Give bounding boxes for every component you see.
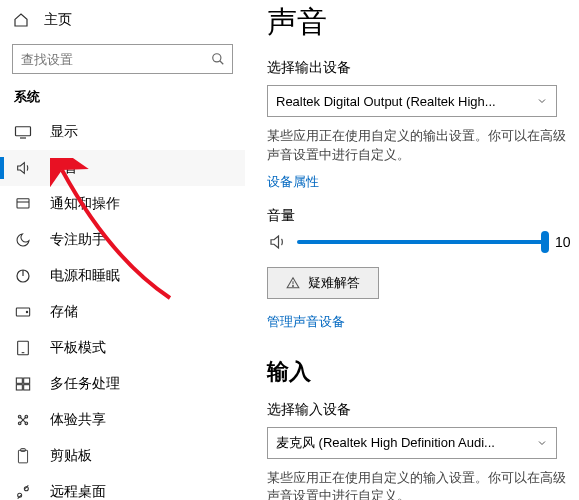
group-header: 系统 xyxy=(0,88,245,114)
tablet-icon xyxy=(14,340,32,356)
svg-point-0 xyxy=(213,54,221,62)
svg-line-1 xyxy=(220,61,224,65)
volume-value: 10 xyxy=(555,234,573,250)
output-props-link[interactable]: 设备属性 xyxy=(267,173,319,191)
nav-focus-assist[interactable]: 专注助手 xyxy=(0,222,245,258)
home-label: 主页 xyxy=(44,11,72,29)
nav-label: 专注助手 xyxy=(50,231,106,249)
remote-desktop-icon xyxy=(14,484,32,500)
svg-rect-14 xyxy=(16,385,22,390)
nav-label: 电源和睡眠 xyxy=(50,267,120,285)
nav-label: 多任务处理 xyxy=(50,375,120,393)
nav-label: 剪贴板 xyxy=(50,447,92,465)
input-section-title: 输入 xyxy=(267,357,573,387)
power-icon xyxy=(14,268,32,284)
clipboard-icon xyxy=(14,448,32,464)
nav-shared[interactable]: 体验共享 xyxy=(0,402,245,438)
nav-remote-desktop[interactable]: 远程桌面 xyxy=(0,474,245,500)
nav-label: 声音 xyxy=(50,159,78,177)
input-desc: 某些应用正在使用自定义的输入设置。你可以在高级声音设置中进行自定义。 xyxy=(267,469,573,501)
warning-icon xyxy=(286,276,300,290)
input-choose-label: 选择输入设备 xyxy=(267,401,573,419)
multitask-icon xyxy=(14,376,32,392)
search-icon xyxy=(211,52,225,66)
chevron-down-icon xyxy=(536,95,548,107)
svg-rect-15 xyxy=(24,385,30,390)
input-device-dropdown[interactable]: 麦克风 (Realtek High Definition Audi... xyxy=(267,427,557,459)
chevron-down-icon xyxy=(536,437,548,449)
search-box[interactable] xyxy=(12,44,233,74)
home-row[interactable]: 主页 xyxy=(0,6,245,34)
output-troubleshoot-button[interactable]: 疑难解答 xyxy=(267,267,379,299)
notifications-icon xyxy=(14,196,32,212)
page-title: 声音 xyxy=(267,2,573,43)
nav-display[interactable]: 显示 xyxy=(0,114,245,150)
nav-label: 平板模式 xyxy=(50,339,106,357)
home-icon xyxy=(12,12,30,28)
nav-notifications[interactable]: 通知和操作 xyxy=(0,186,245,222)
nav-label: 存储 xyxy=(50,303,78,321)
svg-rect-12 xyxy=(16,378,22,383)
output-desc: 某些应用正在使用自定义的输出设置。你可以在高级声音设置中进行自定义。 xyxy=(267,127,573,165)
input-device-selected: 麦克风 (Realtek High Definition Audi... xyxy=(276,434,495,452)
output-troubleshoot-label: 疑难解答 xyxy=(308,274,360,292)
output-device-selected: Realtek Digital Output (Realtek High... xyxy=(276,94,496,109)
nav-label: 显示 xyxy=(50,123,78,141)
svg-point-9 xyxy=(26,311,27,312)
nav-label: 体验共享 xyxy=(50,411,106,429)
svg-rect-20 xyxy=(18,450,27,463)
nav-multitask[interactable]: 多任务处理 xyxy=(0,366,245,402)
volume-slider-thumb[interactable] xyxy=(541,231,549,253)
volume-label: 音量 xyxy=(267,207,573,225)
nav-power-sleep[interactable]: 电源和睡眠 xyxy=(0,258,245,294)
display-icon xyxy=(14,125,32,139)
storage-icon xyxy=(14,305,32,319)
sidebar: 主页 系统 显示 声音 通知和操作 xyxy=(0,0,245,500)
svg-rect-2 xyxy=(16,127,31,136)
nav-label: 通知和操作 xyxy=(50,195,120,213)
nav-sound[interactable]: 声音 xyxy=(0,150,245,186)
nav-tablet[interactable]: 平板模式 xyxy=(0,330,245,366)
nav-clipboard[interactable]: 剪贴板 xyxy=(0,438,245,474)
shared-icon xyxy=(14,412,32,428)
search-input[interactable] xyxy=(12,44,233,74)
manage-devices-link[interactable]: 管理声音设备 xyxy=(267,313,345,331)
volume-icon xyxy=(267,233,287,251)
main-content: 声音 选择输出设备 Realtek Digital Output (Realte… xyxy=(245,0,579,500)
sound-icon xyxy=(14,160,32,176)
volume-slider-row: 10 xyxy=(267,233,573,251)
svg-rect-4 xyxy=(17,199,29,208)
nav-label: 远程桌面 xyxy=(50,483,106,500)
nav-storage[interactable]: 存储 xyxy=(0,294,245,330)
svg-rect-13 xyxy=(24,378,30,383)
output-choose-label: 选择输出设备 xyxy=(267,59,573,77)
output-device-dropdown[interactable]: Realtek Digital Output (Realtek High... xyxy=(267,85,557,117)
focus-assist-icon xyxy=(14,232,32,248)
volume-slider[interactable] xyxy=(297,240,545,244)
svg-point-25 xyxy=(293,285,294,286)
